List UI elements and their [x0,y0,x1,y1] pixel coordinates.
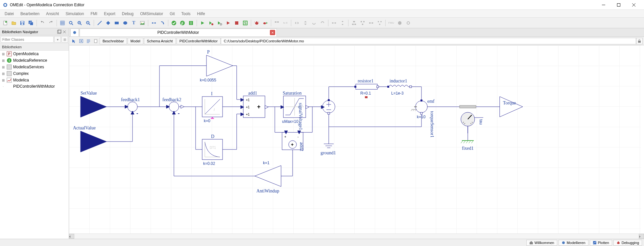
tree-icon[interactable] [350,19,358,27]
horizontal-scrollbar[interactable]: ‹› [69,234,644,239]
image-tool-icon[interactable] [138,19,146,27]
instantiate-icon[interactable] [187,19,195,27]
filter-classes-input[interactable] [1,36,54,43]
menu-fmi[interactable]: FMI [87,11,101,17]
emf-block[interactable] [416,101,427,113]
zoom-out-icon[interactable] [84,19,92,27]
maximize-button[interactable] [611,0,626,10]
simulate-icon[interactable] [199,19,206,27]
tree2-icon[interactable] [359,19,367,27]
status-plot[interactable]: Plotten [590,240,612,246]
tree-item-openmodelica[interactable]: ⊞ P OpenModelica [0,51,69,57]
writable-indicator[interactable]: Beschreibbar [100,38,127,44]
cursor-mode-icon[interactable] [70,37,78,45]
tree-item-pidcontroller[interactable]: · PIDControllerWithMotor [0,83,69,89]
zoom-in-icon[interactable] [76,19,83,27]
antiwindup-block[interactable] [255,166,281,187]
p-gain-block[interactable] [206,55,233,76]
undo-icon[interactable] [38,19,46,27]
flip-v-icon[interactable] [301,19,309,27]
rotate-ccw-icon[interactable] [319,19,326,27]
flip-h-icon[interactable] [293,19,301,27]
grid-icon[interactable] [59,19,66,27]
status-model[interactable]: Modellieren [559,240,588,246]
new-file-icon[interactable] [1,19,9,27]
tab-pidcontroller[interactable]: PIDControllerWithMotor ✕ [80,29,277,36]
menu-ansicht[interactable]: Ansicht [43,11,62,17]
diagram-canvas[interactable]: SetValue ActualValue - feedback1 - [69,45,641,234]
resistor-block[interactable] [356,84,377,89]
debug-run-icon[interactable] [261,19,269,27]
open-file-icon[interactable] [10,19,18,27]
transition-tool-icon[interactable] [158,19,166,27]
close-button[interactable] [626,0,641,10]
undock-icon[interactable] [57,30,61,34]
fmu-icon[interactable]: FMU [387,19,395,27]
menu-omsimulator[interactable]: OMSimulator [137,11,166,17]
menu-datei[interactable]: Datei [1,11,17,17]
menu-export[interactable]: Export [101,11,119,17]
save-icon[interactable] [18,19,26,27]
network-icon[interactable] [376,19,384,27]
fixed-block[interactable] [461,126,474,143]
s-mode-icon[interactable]: S [241,19,249,27]
tree-item-complex[interactable]: ⊞ Complex [0,70,69,77]
distribute2-icon[interactable] [339,19,346,27]
menu-tools[interactable]: Tools [178,11,194,17]
distribute-icon[interactable] [330,19,338,27]
rotate-cw-icon[interactable] [310,19,318,27]
tree-item-modelicaservices[interactable]: ⊞ ModelicaServices [0,64,69,70]
setvalue-port[interactable] [81,96,107,117]
d-block[interactable] [202,139,223,160]
tree-item-modelicareference[interactable]: ⊞ i ModelicaReference [0,57,69,64]
filter-clear-button[interactable]: ▾ [54,36,61,43]
rect-tool-icon[interactable] [113,19,121,27]
menu-simulation[interactable]: Simulation [62,11,87,17]
menu-hilfe[interactable]: Hilfe [194,11,208,17]
simulate-anim-icon[interactable] [207,19,215,27]
inductor-block[interactable] [389,85,410,87]
filter-expand-button[interactable]: ⊞ [61,36,68,43]
ground-block[interactable] [324,140,334,148]
polygon-tool-icon[interactable] [104,19,112,27]
tree-item-modelica[interactable]: ⊞ Modelica [0,77,69,83]
actualvalue-port[interactable] [81,131,107,152]
doc-view-icon[interactable] [92,37,99,45]
ellipse-tool-icon[interactable] [121,19,129,27]
connect-tool-icon[interactable] [150,19,158,27]
diagram-canvas-scroll[interactable]: SetValue ActualValue - feedback1 - [69,45,644,234]
library-tree[interactable]: ⊞ P OpenModelica ⊞ i ModelicaReference ⊞… [0,51,69,239]
lock-icon[interactable] [636,38,643,44]
resimulate-icon[interactable] [224,19,232,27]
align2-icon[interactable]: to tl [281,19,289,27]
chain-icon[interactable] [367,19,375,27]
refresh-icon[interactable] [404,19,412,27]
simulate-setup-icon[interactable] [216,19,224,27]
zoom-fit-icon[interactable] [67,19,75,27]
build-icon[interactable] [233,19,241,27]
close-panel-icon[interactable] [62,30,67,34]
text-view-icon[interactable] [85,37,92,45]
tab-home[interactable] [70,29,79,36]
menu-debug[interactable]: Debug [119,11,137,17]
check-all-icon[interactable] [179,19,186,27]
icon-view-icon[interactable] [78,37,85,45]
feedback1-block[interactable] [128,102,137,112]
minimize-button[interactable] [596,0,611,10]
status-debug[interactable]: Debugging [613,240,642,246]
text-tool-icon[interactable]: T [130,19,138,27]
line-tool-icon[interactable] [96,19,104,27]
tab-close-button[interactable]: ✕ [270,30,275,35]
menu-bearbeiten[interactable]: Bearbeiten [17,11,43,17]
cube-icon[interactable] [396,19,404,27]
check-model-icon[interactable] [170,19,178,27]
debug-icon[interactable] [253,19,261,27]
status-welcome[interactable]: Willkommen [526,240,557,246]
save-all-icon[interactable] [27,19,35,27]
redo-icon[interactable] [47,19,55,27]
menu-git[interactable]: Git [166,11,178,17]
model-name-indicator[interactable]: PIDControllerWithMotor [177,38,221,44]
align-icon[interactable] [273,19,281,27]
feedback2-block[interactable] [169,102,179,112]
torque-port[interactable] [500,97,523,117]
